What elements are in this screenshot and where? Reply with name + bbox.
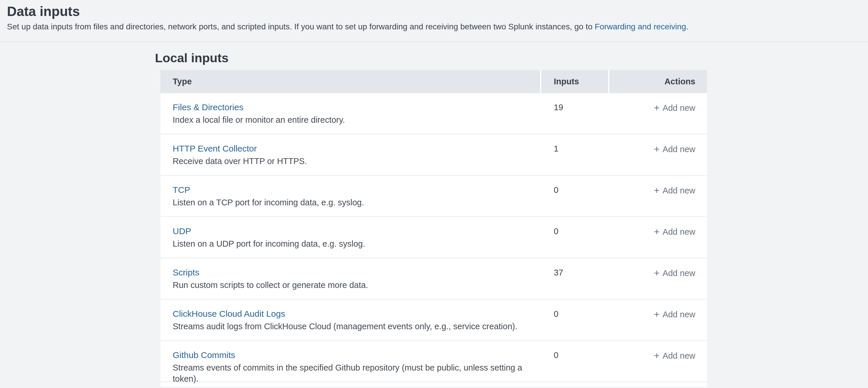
add-new-label: Add new [662,226,695,237]
table-row: Files & Directories Index a local file o… [160,93,707,135]
plus-icon: + [654,226,659,237]
table-row: ClickHouse Cloud Audit Logs Streams audi… [160,300,707,341]
plus-icon: + [654,102,659,113]
files-directories-link[interactable]: Files & Directories [173,102,243,113]
github-commits-link[interactable]: Github Commits [173,350,235,361]
add-new-button[interactable]: +Add new [654,226,695,237]
type-cell: ClickHouse Cloud Audit Logs Streams audi… [160,308,540,340]
actions-cell: +Add new [609,267,707,299]
column-header-actions: Actions [609,70,707,93]
plus-icon: + [654,308,659,320]
actions-cell: +Add new [609,226,707,258]
type-cell: Scripts Run custom scripts to collect or… [160,267,540,299]
plus-icon: + [654,350,659,361]
add-new-label: Add new [662,185,695,196]
add-new-label: Add new [662,144,695,155]
http-event-collector-link[interactable]: HTTP Event Collector [173,143,257,154]
plus-icon: + [654,267,659,278]
inputs-cell: 0 [541,184,608,216]
subtitle-text: Set up data inputs from files and direct… [7,22,595,31]
type-description: Streams events of commits in the specifi… [173,362,540,384]
add-new-button[interactable]: +Add new [654,267,695,279]
type-description: Receive data over HTTP or HTTPS. [173,156,540,167]
page-subtitle: Set up data inputs from files and direct… [7,21,861,33]
type-cell: Files & Directories Index a local file o… [160,102,540,134]
inputs-cell: 0 [541,308,608,340]
actions-cell: +Add new [609,102,707,134]
inputs-count: 0 [554,227,558,236]
subtitle-period: . [686,22,688,31]
page-title: Data inputs [7,3,861,20]
forwarding-and-receiving-link[interactable]: Forwarding and receiving [595,22,686,31]
actions-cell: +Add new [609,143,707,175]
table-row: HTTP Event Collector Receive data over H… [160,135,707,176]
actions-cell: +Add new [609,350,707,382]
inputs-count: 0 [554,185,558,195]
add-new-label: Add new [662,309,695,320]
inputs-count: 0 [554,309,558,319]
clickhouse-cloud-audit-logs-link[interactable]: ClickHouse Cloud Audit Logs [173,308,285,319]
type-cell: TCP Listen on a TCP port for incoming da… [160,184,540,216]
scripts-link[interactable]: Scripts [173,267,199,278]
table-row: TCP Listen on a TCP port for incoming da… [160,176,707,217]
type-cell: UDP Listen on a UDP port for incoming da… [160,226,540,258]
add-new-label: Add new [662,268,695,279]
add-new-button[interactable]: +Add new [654,102,695,113]
column-header-type: Type [160,70,540,93]
add-new-button[interactable]: +Add new [654,184,695,196]
type-cell: HTTP Event Collector Receive data over H… [160,143,540,175]
inputs-count: 19 [554,103,563,112]
type-description: Index a local file or monitor an entire … [173,114,540,125]
inputs-count: 0 [554,351,558,360]
add-new-label: Add new [662,350,695,361]
column-header-inputs: Inputs [541,70,608,93]
type-description: Listen on a TCP port for incoming data, … [173,197,540,208]
inputs-cell: 0 [541,226,608,258]
tcp-link[interactable]: TCP [173,184,190,196]
inputs-cell: 1 [541,143,608,175]
plus-icon: + [654,143,659,154]
inputs-cell: 37 [541,267,608,299]
actions-cell: +Add new [609,308,707,340]
actions-cell: +Add new [609,184,707,216]
add-new-button[interactable]: +Add new [654,143,695,155]
inputs-count: 37 [554,268,563,277]
add-new-button[interactable]: +Add new [654,350,695,361]
udp-link[interactable]: UDP [173,226,191,237]
plus-icon: + [654,185,659,196]
inputs-cell: 19 [541,102,608,134]
add-new-button[interactable]: +Add new [654,308,695,320]
local-inputs-heading: Local inputs [155,50,868,65]
table-header-row: Type Inputs Actions [160,70,707,93]
type-description: Streams audit logs from ClickHouse Cloud… [173,321,540,332]
page-header: Data inputs Set up data inputs from file… [0,0,868,42]
inputs-cell: 0 [541,350,608,382]
type-cell: Github Commits Streams events of commits… [160,350,540,382]
type-description: Run custom scripts to collect or generat… [173,279,540,291]
table-row: UDP Listen on a UDP port for incoming da… [160,217,707,258]
content-area: Local inputs Type Inputs Actions Files &… [155,50,868,387]
type-description: Listen on a UDP port for incoming data, … [173,238,540,249]
table-row: Scripts Run custom scripts to collect or… [160,258,707,300]
inputs-count: 1 [554,144,558,153]
local-inputs-table: Type Inputs Actions Files & Directories … [160,70,707,387]
table-row: Github Commits Streams events of commits… [160,341,707,382]
add-new-label: Add new [662,102,695,113]
